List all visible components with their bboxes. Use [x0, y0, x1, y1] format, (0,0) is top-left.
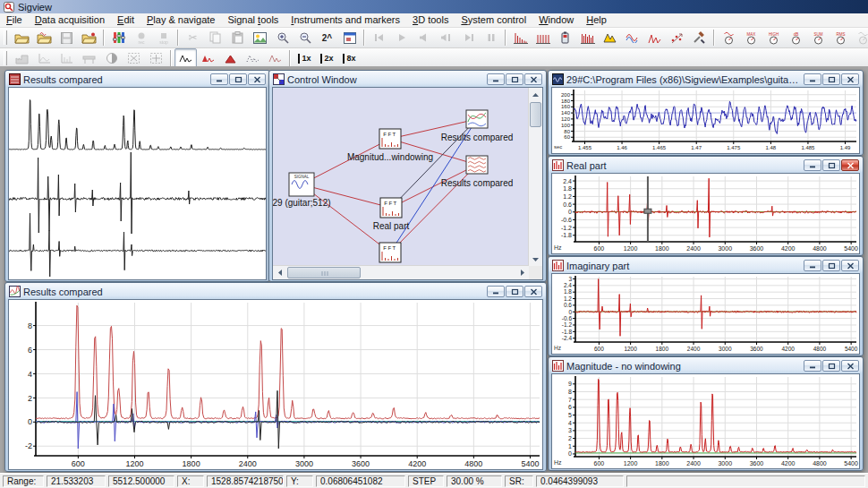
- half-button[interactable]: [100, 48, 123, 68]
- snapshot-button[interactable]: [249, 28, 271, 47]
- gauge-max-button[interactable]: MAX: [740, 28, 762, 47]
- gauge-sum-button[interactable]: SUM: [807, 28, 830, 47]
- menu-window[interactable]: Window: [532, 13, 580, 27]
- window-titlebar[interactable]: 29#C:\Program Files (x86)\Sigview\Exampl…: [551, 71, 860, 87]
- zoom-out-button[interactable]: [294, 28, 316, 47]
- tools-button[interactable]: [688, 28, 711, 47]
- menu-file[interactable]: File: [0, 13, 29, 27]
- menu-edit[interactable]: Edit: [111, 13, 140, 27]
- close-button[interactable]: [248, 73, 266, 85]
- gauge-wave-button[interactable]: [852, 28, 868, 47]
- axis-y-button[interactable]: [55, 48, 78, 68]
- window-titlebar[interactable]: Imaginary part: [551, 257, 860, 273]
- waves-button[interactable]: [621, 28, 643, 47]
- minimize-button[interactable]: [804, 360, 821, 372]
- gauge-probe-button[interactable]: [718, 28, 740, 47]
- control-diagram[interactable]: SIGNAL29 (guitar;512)FFTMagnitud...windo…: [273, 88, 529, 264]
- style-half-button[interactable]: [197, 48, 219, 68]
- properties-button[interactable]: [338, 28, 361, 47]
- scroll-right-icon[interactable]: [515, 266, 529, 279]
- battery-button[interactable]: [554, 28, 576, 47]
- scroll-left-icon[interactable]: [273, 266, 286, 279]
- maximize-button[interactable]: [229, 73, 247, 85]
- minimize-button[interactable]: [210, 73, 228, 85]
- peaks-button[interactable]: [643, 28, 666, 47]
- gauge-high-button[interactable]: HIGH: [762, 28, 785, 47]
- maximize-button[interactable]: [506, 73, 523, 85]
- fit-out-button[interactable]: [145, 48, 167, 68]
- vertical-scroll-thumb[interactable]: [530, 102, 541, 127]
- horizontal-scroll-thumb[interactable]: [287, 267, 361, 278]
- maximize-button[interactable]: [822, 159, 840, 171]
- sound-next-button[interactable]: [435, 28, 457, 47]
- paste-button[interactable]: [226, 28, 249, 47]
- window-titlebar[interactable]: Control Window: [272, 71, 543, 87]
- mixer-button[interactable]: [107, 28, 130, 47]
- style-dots-button[interactable]: [242, 48, 264, 68]
- scatter-button[interactable]: [666, 28, 688, 47]
- skip-end-button[interactable]: [457, 28, 480, 47]
- close-button[interactable]: [841, 159, 859, 171]
- zoom-1x-button[interactable]: 1x: [294, 48, 316, 68]
- close-button[interactable]: [841, 73, 859, 85]
- maximize-button[interactable]: [822, 360, 840, 372]
- menu-instruments-and-markers[interactable]: Instruments and markers: [285, 13, 406, 27]
- minimize-button[interactable]: [804, 159, 821, 171]
- menu-3d-tools[interactable]: 3D tools: [406, 13, 455, 27]
- maximize-button[interactable]: [822, 260, 840, 271]
- window-titlebar[interactable]: Magnitude - no windowing: [551, 357, 860, 373]
- plot-canvas[interactable]: 1.4551.461.4651.471.4751.481.4851.492001…: [552, 88, 859, 150]
- open-folder-button[interactable]: [78, 28, 100, 47]
- minimize-button[interactable]: [804, 73, 821, 85]
- maximize-button[interactable]: [822, 73, 840, 85]
- plot-canvas[interactable]: [9, 88, 266, 277]
- comb-button[interactable]: [532, 28, 554, 47]
- plot-canvas[interactable]: 600120018002400300036004200480054002.41.…: [552, 174, 859, 252]
- play-button[interactable]: [390, 28, 413, 47]
- minimize-button[interactable]: [804, 260, 821, 271]
- zoom-8x-button[interactable]: 8x: [338, 48, 361, 68]
- pause-button[interactable]: [480, 28, 502, 47]
- fft-bars-button[interactable]: [509, 28, 532, 47]
- vertical-scrollbar[interactable]: [528, 88, 542, 266]
- menu-system-control[interactable]: System control: [455, 13, 532, 27]
- node-fft3[interactable]: FFT: [379, 243, 401, 262]
- close-button[interactable]: [524, 286, 542, 297]
- open-file-button[interactable]: [11, 28, 33, 47]
- style-filled-button[interactable]: [219, 48, 242, 68]
- copy-button[interactable]: [204, 28, 226, 47]
- cut-button[interactable]: ✂: [182, 28, 204, 47]
- comb-dense-button[interactable]: [576, 28, 599, 47]
- window-titlebar[interactable]: Results compared: [8, 71, 267, 87]
- toolbar-grip[interactable]: [4, 51, 7, 65]
- scroll-down-icon[interactable]: [529, 253, 542, 266]
- factory-button[interactable]: [11, 48, 33, 68]
- close-button[interactable]: [841, 360, 859, 372]
- menu-signal-tools[interactable]: Signal tools: [221, 13, 285, 27]
- menu-data-acquisition[interactable]: Data acquisition: [29, 13, 111, 27]
- app-titlebar[interactable]: Sigview: [0, 0, 868, 13]
- gauge-db-button[interactable]: dB: [785, 28, 807, 47]
- sound-button[interactable]: [413, 28, 435, 47]
- window-titlebar[interactable]: Real part: [551, 157, 860, 173]
- open-signal-button[interactable]: [33, 28, 55, 47]
- power-two-button[interactable]: 2^: [316, 28, 338, 47]
- plot-canvas[interactable]: 6001200180024003000360042004800540086420…: [9, 300, 542, 467]
- gauge-rms-button[interactable]: RMS: [830, 28, 852, 47]
- maximize-button[interactable]: [506, 286, 523, 297]
- save-button[interactable]: [55, 28, 78, 47]
- close-button[interactable]: [841, 260, 859, 271]
- zoom-in-button[interactable]: [271, 28, 294, 47]
- style-line-button[interactable]: [174, 48, 197, 68]
- signal-gen-button[interactable]: [599, 28, 621, 47]
- skip-start-button[interactable]: [368, 28, 390, 47]
- zoom-2x-button[interactable]: 2x: [316, 48, 338, 68]
- bench-button[interactable]: [78, 48, 100, 68]
- fit-in-button[interactable]: [123, 48, 145, 68]
- horizontal-scrollbar[interactable]: [273, 265, 529, 279]
- menu-play-navigate[interactable]: Play & navigate: [140, 13, 221, 27]
- scroll-up-icon[interactable]: [529, 88, 542, 101]
- close-button[interactable]: [524, 73, 542, 85]
- menu-help[interactable]: Help: [580, 13, 613, 27]
- style-outline-button[interactable]: [264, 48, 286, 68]
